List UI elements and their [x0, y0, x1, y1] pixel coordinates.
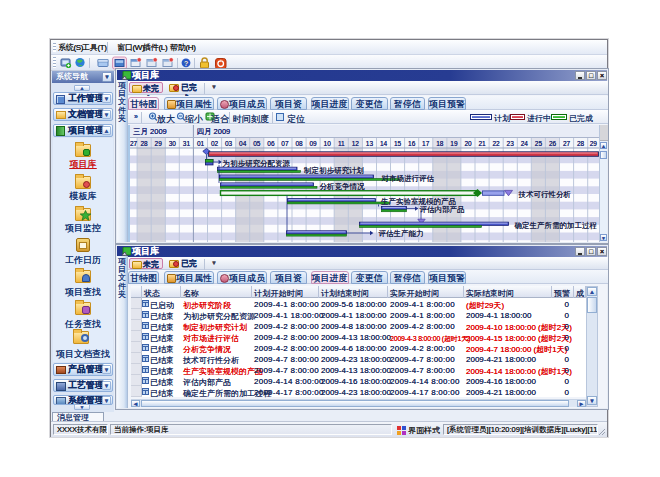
svg-text:27: 27: [562, 140, 570, 147]
svg-text:05: 05: [253, 140, 261, 147]
svg-text:21: 21: [478, 140, 486, 147]
svg-text:评估内部产品: 评估内部产品: [419, 205, 464, 214]
svg-text:26: 26: [548, 140, 556, 147]
svg-text:20: 20: [464, 140, 472, 147]
svg-text:29: 29: [589, 140, 597, 147]
svg-text:10: 10: [323, 140, 331, 147]
svg-text:31: 31: [182, 140, 190, 147]
svg-text:制定初步研究计划: 制定初步研究计划: [303, 166, 364, 175]
svg-text:?: ?: [184, 59, 189, 68]
svg-text:确定生产所需的加工过程: 确定生产所需的加工过程: [513, 221, 597, 230]
svg-text:24: 24: [520, 140, 528, 147]
svg-text:技术可行性分析: 技术可行性分析: [517, 190, 571, 199]
svg-text:15: 15: [393, 140, 401, 147]
svg-text:19: 19: [450, 140, 458, 147]
svg-text:四月 2009: 四月 2009: [196, 127, 230, 136]
svg-text:为初步研究分配资源: 为初步研究分配资源: [222, 159, 290, 168]
svg-text:30: 30: [168, 140, 176, 147]
svg-text:12: 12: [351, 140, 359, 147]
svg-text:14: 14: [379, 140, 387, 147]
svg-text:09: 09: [309, 140, 317, 147]
svg-text:08: 08: [295, 140, 303, 147]
svg-text:29: 29: [154, 140, 162, 147]
svg-text:18: 18: [436, 140, 444, 147]
svg-text:分析竞争情况: 分析竞争情况: [319, 182, 365, 191]
svg-text:23: 23: [506, 140, 514, 147]
svg-text:03: 03: [224, 140, 232, 147]
svg-text:01: 01: [196, 140, 204, 147]
svg-text:22: 22: [492, 140, 500, 147]
svg-text:11: 11: [337, 140, 344, 147]
svg-text:25: 25: [534, 140, 542, 147]
svg-text:28: 28: [576, 140, 584, 147]
svg-text:13: 13: [365, 140, 373, 147]
svg-text:27: 27: [130, 140, 137, 147]
svg-text:对市场进行评估: 对市场进行评估: [381, 174, 434, 183]
svg-text:三月 2009: 三月 2009: [133, 127, 167, 136]
svg-text:28: 28: [140, 140, 148, 147]
svg-text:06: 06: [267, 140, 275, 147]
svg-text:17: 17: [422, 140, 430, 147]
svg-text:04: 04: [239, 140, 247, 147]
svg-text:07: 07: [281, 140, 289, 147]
svg-text:评估生产能力: 评估生产能力: [378, 229, 423, 238]
svg-text:16: 16: [408, 140, 416, 147]
svg-text:02: 02: [210, 140, 218, 147]
